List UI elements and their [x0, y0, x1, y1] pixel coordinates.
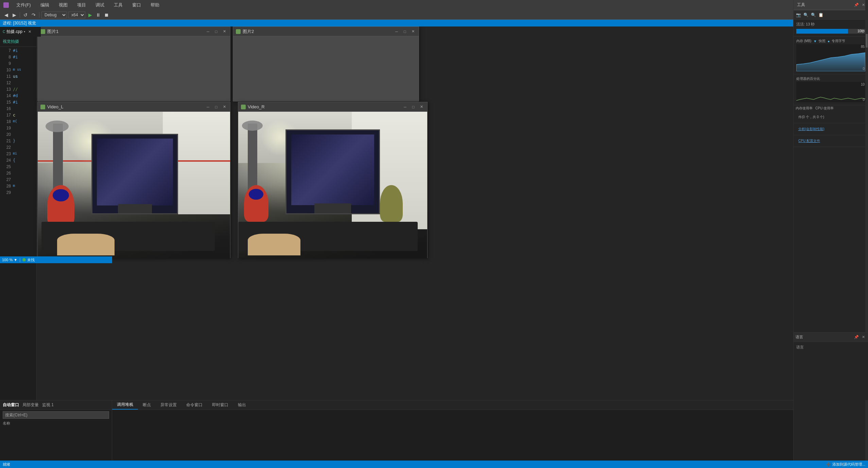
rp-copy-icon[interactable]: 📋 [817, 12, 824, 18]
img2-close-button[interactable]: ✕ [410, 29, 416, 34]
status-ready: 就绪 [3, 462, 10, 467]
video-window-left: Video_L ─ □ ✕ [37, 102, 230, 258]
local-vars-tab[interactable]: 局部变量 [22, 402, 39, 408]
toolbar-back-icon[interactable]: ◀ [3, 12, 10, 18]
line-row: 19 [0, 126, 36, 132]
img2-icon [236, 29, 241, 34]
cpu-min: 0 [863, 98, 865, 102]
menu-project[interactable]: 项目 [75, 1, 88, 10]
cpu-config-label: CPU 配置文件 [796, 137, 865, 145]
videol-maximize-button[interactable]: □ [213, 105, 219, 109]
cpu-config-link[interactable]: CPU 配置文件 [798, 139, 820, 143]
rp-bottom-close-button[interactable]: ✕ [861, 335, 866, 340]
line-row: 9 [0, 61, 36, 68]
line-row: 29 [0, 190, 36, 197]
memory-min: 0 [863, 67, 865, 71]
rp-bottom-header: 语言 📌 ✕ [794, 332, 868, 342]
line-row: 16 [0, 106, 36, 113]
right-panel-pin-button[interactable]: 📌 [854, 2, 859, 8]
cpu-max: 10 [861, 83, 865, 86]
img2-minimize-button[interactable]: ─ [394, 29, 400, 34]
tab-separator: • [24, 30, 25, 34]
analysis-label: 分析(会影响性能) [796, 125, 865, 133]
line-row: 18 ⊞{ [0, 119, 36, 126]
search-box[interactable]: 搜索(Ctrl+E) [3, 411, 109, 419]
platform-select[interactable]: x64 x86 [68, 12, 85, 18]
debug-tab-exceptions[interactable]: 异常设置 [156, 401, 181, 409]
process-bar: 进程: [30152] 视觉 [0, 20, 868, 26]
debug-tab-immediate[interactable]: 即时窗口 [207, 401, 233, 409]
add-icon: ➕ [826, 462, 831, 467]
right-panel-title: 工具 [796, 2, 852, 8]
line-numbers: 7 #i 8 #i 9 10 ⊞ us 11 us 12 13 // 14 [0, 47, 36, 198]
debug-bottom: 调用堆栈 断点 异常设置 命令窗口 即时窗口 输出 [112, 400, 800, 468]
debug-tab-callstack[interactable]: 调用堆栈 [112, 400, 138, 410]
search-placeholder: 搜索(Ctrl+E) [5, 412, 28, 418]
debug-tabs: 调用堆栈 断点 异常设置 命令窗口 即时窗口 输出 [112, 400, 800, 410]
menu-debug[interactable]: 调试 [93, 1, 106, 10]
line-row: 27 [0, 177, 36, 184]
cpu-config-section: CPU 配置文件 [794, 135, 868, 147]
toolbar-play-icon[interactable]: ▶ [87, 12, 93, 18]
line-row: 7 #i [0, 48, 36, 55]
img1-minimize-button[interactable]: ─ [205, 29, 211, 34]
videol-minimize-button[interactable]: ─ [205, 105, 211, 109]
videor-minimize-button[interactable]: ─ [402, 105, 408, 109]
img1-maximize-button[interactable]: □ [213, 29, 219, 34]
img1-close-button[interactable]: ✕ [221, 29, 227, 34]
menu-edit[interactable]: 编辑 [38, 1, 51, 10]
auto-window-header: 自动窗口 局部变量 监视 1 [0, 400, 112, 410]
img2-maximize-button[interactable]: □ [402, 29, 408, 34]
toolbar-redo-icon[interactable]: ↷ [30, 12, 37, 18]
rp-bottom-pin-button[interactable]: 📌 [854, 335, 859, 340]
auto-window-title: 自动窗口 [3, 402, 19, 408]
menu-view[interactable]: 视图 [57, 1, 70, 10]
videor-close-button[interactable]: ✕ [418, 105, 424, 109]
img1-title: 图片1 [47, 29, 203, 35]
rp-zoom-in-icon[interactable]: 🔍 [802, 12, 809, 18]
add-source-button[interactable]: ➕ 添加到源代码管理... [826, 462, 865, 467]
line-row: 11 us [0, 74, 36, 80]
tab-cpp[interactable]: C 拍摄.cpp • ✕ [0, 26, 41, 37]
toolbar-pause-icon[interactable]: ⏸ [95, 12, 102, 18]
tab-close-button[interactable]: ✕ [27, 30, 33, 34]
rp-camera-icon[interactable]: 📷 [795, 12, 802, 18]
debug-tab-breakpoints[interactable]: 断点 [138, 401, 156, 409]
menu-help[interactable]: 帮助 [149, 1, 161, 10]
debug-mode-select[interactable]: Debug Release [41, 12, 67, 18]
videor-title: Video_R [248, 104, 400, 109]
videor-maximize-button[interactable]: □ [410, 105, 416, 109]
videor-icon [241, 105, 246, 109]
right-panel-header: 工具 📌 ✕ [794, 0, 868, 10]
analysis-link[interactable]: 分析(会影响性能) [798, 127, 824, 131]
watch-tab[interactable]: 监视 1 [42, 402, 54, 408]
scrollbar-thumb[interactable] [866, 34, 868, 48]
debug-tab-output[interactable]: 输出 [233, 401, 251, 409]
menu-window[interactable]: 窗口 [130, 1, 143, 10]
img2-content [233, 36, 419, 102]
videol-content [38, 112, 230, 258]
debug-tab-command[interactable]: 命令窗口 [181, 401, 207, 409]
events-count: 件(0 个，共 0 个) [796, 113, 865, 121]
analysis-section: 分析(会影响性能) [794, 123, 868, 135]
videol-close-button[interactable]: ✕ [221, 105, 227, 109]
memory-section: 内存 (MB) ▼ 快照 ● 专用字节 85 0 [794, 37, 868, 74]
auto-window: 自动窗口 局部变量 监视 1 搜索(Ctrl+E) 名称 [0, 400, 112, 468]
toolbar-forward-icon[interactable]: ▶ [11, 12, 18, 18]
menu-file[interactable]: 文件(F) [14, 1, 33, 10]
toolbar-undo-icon[interactable]: ↺ [22, 12, 29, 18]
menu-tools[interactable]: 工具 [112, 1, 125, 10]
rp-labels: 内存使用率 CPU 使用率 [794, 105, 868, 111]
line-row: 21 } [0, 139, 36, 145]
line-row: 8 #i [0, 55, 36, 61]
line-row: 13 // [0, 87, 36, 93]
zoom-level: 100 % ▼ [2, 258, 17, 262]
img1-content [38, 36, 230, 102]
add-source-label: 添加到源代码管理... [832, 462, 865, 467]
sidebar-label: 视觉拍摄 [0, 37, 36, 47]
toolbar-stop-icon[interactable]: ⏹ [103, 12, 110, 18]
status-text: 未找 [27, 257, 35, 263]
tab-bar-area: C 拍摄.cpp • ✕ [0, 26, 41, 37]
rp-zoom-icon2[interactable]: 🔍 [810, 12, 817, 18]
line-row: 25 [0, 164, 36, 171]
